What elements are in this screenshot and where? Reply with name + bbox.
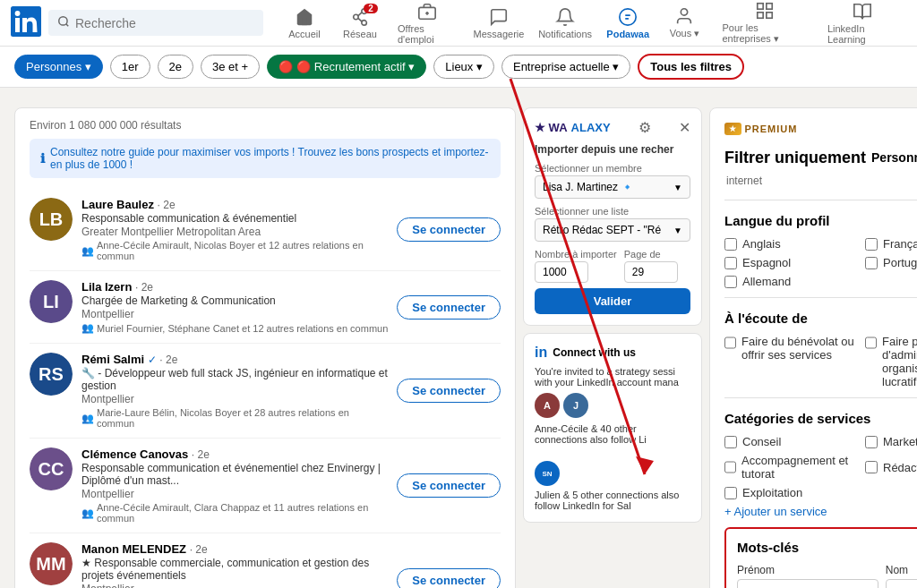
person-name[interactable]: Laure Baulez xyxy=(81,198,154,211)
nom-label: Nom xyxy=(886,564,917,576)
connect-card-header: in Connect with us xyxy=(535,345,690,361)
svg-point-3 xyxy=(354,14,359,20)
langue-anglais[interactable]: Anglais xyxy=(724,237,858,251)
linkedin-logo[interactable] xyxy=(11,6,41,39)
filter-personnes[interactable]: Personnes ▾ xyxy=(14,55,103,79)
service-exploitation[interactable]: Exploitation xyxy=(724,486,858,499)
service-marketing[interactable]: Marketing xyxy=(865,435,917,448)
select-list-row: Sélectionner une liste Rétro Rédac SEPT … xyxy=(535,206,690,242)
langue-portugais[interactable]: Portugais xyxy=(865,256,917,269)
left-panel: Environ 1 080 000 000 résultats ℹ Consul… xyxy=(14,107,516,588)
nav-vous[interactable]: Vous ▾ xyxy=(657,1,711,45)
services-options: Conseil Marketing Accompagnement et tuto… xyxy=(724,435,917,499)
nav-offres[interactable]: Offres d'emploi xyxy=(389,0,466,50)
filter-3e[interactable]: 3e et + xyxy=(201,55,260,79)
svg-rect-13 xyxy=(767,4,772,9)
langue-allemand[interactable]: Allemand xyxy=(724,275,858,288)
svg-point-0 xyxy=(59,17,67,25)
nav-learning[interactable]: LinkedIn Learning xyxy=(818,0,906,50)
person-location: Montpellier xyxy=(81,583,388,588)
person-name[interactable]: Lila Izern xyxy=(81,280,132,294)
filter-lieux[interactable]: Lieux ▾ xyxy=(433,55,494,79)
linkedin-small-logo: in xyxy=(535,345,547,361)
avatar[interactable]: RS xyxy=(30,353,73,396)
nav-label: Accueil xyxy=(288,29,320,39)
prenom-input[interactable] xyxy=(737,579,878,588)
person-title: Responsable communication & événementiel xyxy=(81,212,388,225)
connect-button[interactable]: Se connecter xyxy=(397,473,501,498)
filter-entreprise[interactable]: Entreprise actuelle ▾ xyxy=(501,55,630,79)
person-title: Responsable communication et événementie… xyxy=(81,462,388,487)
avatar[interactable]: LI xyxy=(30,280,73,323)
nav-entreprises[interactable]: Pour les entreprises ▾ xyxy=(713,0,816,50)
search-input[interactable] xyxy=(75,16,254,30)
nav-notifications[interactable]: Notifications xyxy=(532,2,598,45)
nav-messagerie[interactable]: Messagerie xyxy=(467,2,531,45)
avatar[interactable]: MM xyxy=(30,542,73,585)
avatar[interactable]: LB xyxy=(30,198,73,241)
filter-panel: ★ PREMIUM Filtrer uniquement Personnes ▾… xyxy=(709,107,917,588)
person-card-5: MM Manon MELENDEZ · 2e ★ Responsable com… xyxy=(30,533,501,588)
valider-button[interactable]: Valider xyxy=(535,288,690,314)
service-accompagnement[interactable]: Accompagnement et tutorat xyxy=(724,454,858,481)
service-conseil[interactable]: Conseil xyxy=(724,435,858,448)
person-name[interactable]: Rémi Salmi xyxy=(81,353,144,366)
nombre-input[interactable] xyxy=(535,261,588,283)
prenom-label: Prénom xyxy=(737,564,878,576)
ecoute-conseil[interactable]: Faire partie du conseil d'administration… xyxy=(865,335,917,388)
chevron-down-icon: ▼ xyxy=(673,183,682,192)
keywords-title: Mots-clés xyxy=(737,540,917,555)
select-member-value: Lisa J. Martinez 🔹 xyxy=(543,181,634,193)
filter-tous[interactable]: Tous les filtres xyxy=(638,54,744,80)
filter-2e[interactable]: 2e xyxy=(158,55,193,79)
nav-label: Offres d'emploi xyxy=(398,23,457,45)
nom-input[interactable] xyxy=(886,579,917,588)
person-name[interactable]: Clémence Canovas xyxy=(81,447,188,461)
connect-button[interactable]: Se connecter xyxy=(397,379,501,403)
connect-text-2: Anne-Cécile & 40 other connections also … xyxy=(535,423,690,445)
connect-button[interactable]: Se connecter xyxy=(397,295,501,320)
filter-recrutement[interactable]: 🔴 🔴 Recrutement actif ▾ xyxy=(267,55,426,79)
nav-podawaa[interactable]: Podawaa xyxy=(600,2,656,45)
person-info: Laure Baulez · 2e Responsable communicat… xyxy=(81,198,388,261)
person-title: ★ Responsable commerciale, communication… xyxy=(81,557,388,582)
divider xyxy=(724,397,917,398)
nav-label: Pour les entreprises ▾ xyxy=(722,22,807,45)
select-list-field[interactable]: Rétro Rédac SEPT - "Ré ▼ xyxy=(535,218,690,242)
filter-type-dropdown[interactable]: Personnes ▾ xyxy=(871,150,917,165)
person-info: Clémence Canovas · 2e Responsable commun… xyxy=(81,447,388,524)
close-icon[interactable]: ✕ xyxy=(679,119,690,136)
service-redaction[interactable]: Rédaction xyxy=(865,454,917,481)
ecoute-benevolat[interactable]: Faire du bénévolat ou offrir ses service… xyxy=(724,335,858,388)
add-service-link[interactable]: + Ajouter un service xyxy=(724,505,917,518)
person-name[interactable]: Manon MELENDEZ xyxy=(81,542,186,556)
select-member-label: Sélectionner un membre xyxy=(535,163,690,174)
langue-francais[interactable]: Français xyxy=(865,237,917,251)
nav-accueil[interactable]: Accueil xyxy=(278,2,331,45)
filter-1er[interactable]: 1er xyxy=(110,55,150,79)
section-langue-title: Langue du profil xyxy=(724,213,917,228)
select-list-value: Rétro Rédac SEPT - "Ré xyxy=(543,224,661,236)
select-member-row: Sélectionner un membre Lisa J. Martinez … xyxy=(535,163,690,199)
page-input[interactable] xyxy=(624,261,678,283)
avatar[interactable]: CC xyxy=(30,447,73,490)
info-icon: ℹ xyxy=(40,151,45,166)
select-member-field[interactable]: Lisa J. Martinez 🔹 ▼ xyxy=(535,175,690,199)
results-count: Environ 1 080 000 000 résultats xyxy=(30,119,501,132)
header: Accueil 2 Réseau Offres d'emploi Message… xyxy=(0,0,917,47)
nav-reseau[interactable]: 2 Réseau xyxy=(333,2,387,45)
langue-espagnol[interactable]: Espagnol xyxy=(724,256,858,269)
info-banner[interactable]: ℹ Consultez notre guide pour maximiser v… xyxy=(30,139,501,178)
nom-group: Nom xyxy=(886,564,917,588)
person-card-2: LI Lila Izern · 2e Chargée de Marketing … xyxy=(30,271,501,344)
search-bar[interactable] xyxy=(48,10,263,36)
connect-avatar-2: J xyxy=(563,393,588,418)
connect-button[interactable]: Se connecter xyxy=(397,217,501,242)
page-label: Page de xyxy=(624,249,678,260)
connect-button[interactable]: Se connecter xyxy=(397,568,501,588)
settings-icon[interactable]: ⚙ xyxy=(638,119,651,136)
sales-avatar: SN xyxy=(535,461,560,486)
person-mutual: 👥 Anne-Cécile Amirault, Nicolas Boyer et… xyxy=(81,240,388,261)
person-title: 🔧 - Développeur web full stack JS, ingén… xyxy=(81,367,388,392)
import-title-row: Importer depuis une recher xyxy=(535,143,690,156)
